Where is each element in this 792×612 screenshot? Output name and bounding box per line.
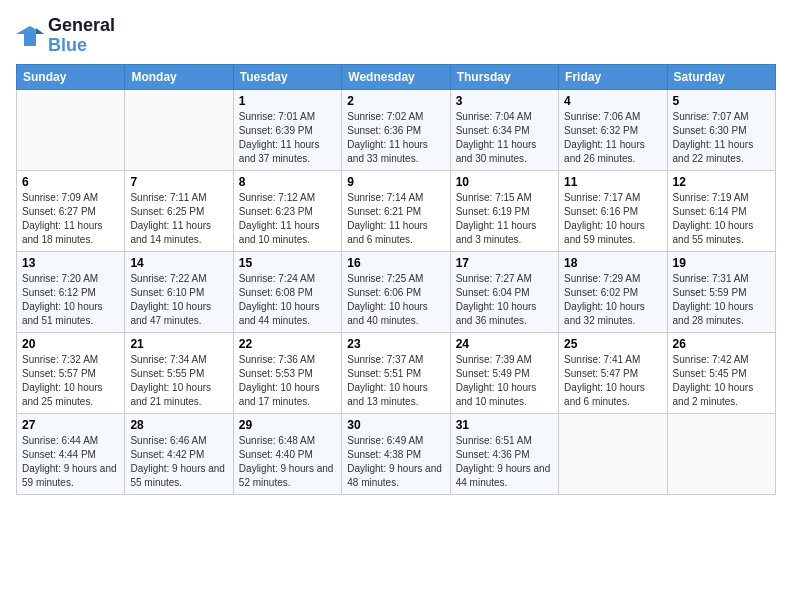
day-details: Sunrise: 6:44 AM Sunset: 4:44 PM Dayligh… — [22, 434, 119, 490]
calendar-cell: 23Sunrise: 7:37 AM Sunset: 5:51 PM Dayli… — [342, 332, 450, 413]
day-number: 18 — [564, 256, 661, 270]
day-number: 27 — [22, 418, 119, 432]
day-number: 15 — [239, 256, 336, 270]
calendar-cell: 27Sunrise: 6:44 AM Sunset: 4:44 PM Dayli… — [17, 413, 125, 494]
calendar-cell: 4Sunrise: 7:06 AM Sunset: 6:32 PM Daylig… — [559, 89, 667, 170]
calendar-cell: 20Sunrise: 7:32 AM Sunset: 5:57 PM Dayli… — [17, 332, 125, 413]
day-details: Sunrise: 7:39 AM Sunset: 5:49 PM Dayligh… — [456, 353, 553, 409]
svg-marker-1 — [36, 28, 44, 34]
day-details: Sunrise: 7:01 AM Sunset: 6:39 PM Dayligh… — [239, 110, 336, 166]
calendar-header: SundayMondayTuesdayWednesdayThursdayFrid… — [17, 64, 776, 89]
day-header-friday: Friday — [559, 64, 667, 89]
logo-icon — [16, 24, 44, 48]
calendar-cell: 31Sunrise: 6:51 AM Sunset: 4:36 PM Dayli… — [450, 413, 558, 494]
day-details: Sunrise: 7:27 AM Sunset: 6:04 PM Dayligh… — [456, 272, 553, 328]
day-details: Sunrise: 7:37 AM Sunset: 5:51 PM Dayligh… — [347, 353, 444, 409]
day-details: Sunrise: 6:46 AM Sunset: 4:42 PM Dayligh… — [130, 434, 227, 490]
svg-marker-0 — [16, 26, 44, 46]
day-details: Sunrise: 7:09 AM Sunset: 6:27 PM Dayligh… — [22, 191, 119, 247]
week-row-2: 6Sunrise: 7:09 AM Sunset: 6:27 PM Daylig… — [17, 170, 776, 251]
day-number: 11 — [564, 175, 661, 189]
day-number: 23 — [347, 337, 444, 351]
day-details: Sunrise: 7:14 AM Sunset: 6:21 PM Dayligh… — [347, 191, 444, 247]
day-number: 19 — [673, 256, 770, 270]
day-details: Sunrise: 7:25 AM Sunset: 6:06 PM Dayligh… — [347, 272, 444, 328]
day-details: Sunrise: 7:29 AM Sunset: 6:02 PM Dayligh… — [564, 272, 661, 328]
calendar-cell: 9Sunrise: 7:14 AM Sunset: 6:21 PM Daylig… — [342, 170, 450, 251]
day-number: 20 — [22, 337, 119, 351]
day-number: 3 — [456, 94, 553, 108]
day-number: 6 — [22, 175, 119, 189]
day-number: 21 — [130, 337, 227, 351]
calendar-cell: 26Sunrise: 7:42 AM Sunset: 5:45 PM Dayli… — [667, 332, 775, 413]
day-details: Sunrise: 7:04 AM Sunset: 6:34 PM Dayligh… — [456, 110, 553, 166]
calendar-cell: 16Sunrise: 7:25 AM Sunset: 6:06 PM Dayli… — [342, 251, 450, 332]
day-header-sunday: Sunday — [17, 64, 125, 89]
calendar-cell: 1Sunrise: 7:01 AM Sunset: 6:39 PM Daylig… — [233, 89, 341, 170]
day-number: 2 — [347, 94, 444, 108]
day-number: 16 — [347, 256, 444, 270]
day-number: 22 — [239, 337, 336, 351]
calendar-table: SundayMondayTuesdayWednesdayThursdayFrid… — [16, 64, 776, 495]
calendar-cell: 17Sunrise: 7:27 AM Sunset: 6:04 PM Dayli… — [450, 251, 558, 332]
week-row-3: 13Sunrise: 7:20 AM Sunset: 6:12 PM Dayli… — [17, 251, 776, 332]
week-row-5: 27Sunrise: 6:44 AM Sunset: 4:44 PM Dayli… — [17, 413, 776, 494]
day-header-monday: Monday — [125, 64, 233, 89]
day-details: Sunrise: 7:32 AM Sunset: 5:57 PM Dayligh… — [22, 353, 119, 409]
day-header-wednesday: Wednesday — [342, 64, 450, 89]
calendar-cell: 29Sunrise: 6:48 AM Sunset: 4:40 PM Dayli… — [233, 413, 341, 494]
day-number: 30 — [347, 418, 444, 432]
day-details: Sunrise: 6:51 AM Sunset: 4:36 PM Dayligh… — [456, 434, 553, 490]
day-number: 17 — [456, 256, 553, 270]
day-header-saturday: Saturday — [667, 64, 775, 89]
day-header-thursday: Thursday — [450, 64, 558, 89]
calendar-cell: 7Sunrise: 7:11 AM Sunset: 6:25 PM Daylig… — [125, 170, 233, 251]
week-row-4: 20Sunrise: 7:32 AM Sunset: 5:57 PM Dayli… — [17, 332, 776, 413]
day-number: 24 — [456, 337, 553, 351]
day-details: Sunrise: 7:20 AM Sunset: 6:12 PM Dayligh… — [22, 272, 119, 328]
calendar-cell — [17, 89, 125, 170]
day-details: Sunrise: 7:02 AM Sunset: 6:36 PM Dayligh… — [347, 110, 444, 166]
day-details: Sunrise: 6:48 AM Sunset: 4:40 PM Dayligh… — [239, 434, 336, 490]
day-number: 29 — [239, 418, 336, 432]
day-details: Sunrise: 7:19 AM Sunset: 6:14 PM Dayligh… — [673, 191, 770, 247]
calendar-cell: 30Sunrise: 6:49 AM Sunset: 4:38 PM Dayli… — [342, 413, 450, 494]
day-number: 10 — [456, 175, 553, 189]
day-number: 12 — [673, 175, 770, 189]
calendar-cell: 5Sunrise: 7:07 AM Sunset: 6:30 PM Daylig… — [667, 89, 775, 170]
page-header: General Blue — [16, 16, 776, 56]
day-details: Sunrise: 7:12 AM Sunset: 6:23 PM Dayligh… — [239, 191, 336, 247]
calendar-cell: 22Sunrise: 7:36 AM Sunset: 5:53 PM Dayli… — [233, 332, 341, 413]
calendar-cell: 8Sunrise: 7:12 AM Sunset: 6:23 PM Daylig… — [233, 170, 341, 251]
logo-text: General Blue — [48, 16, 115, 56]
calendar-cell: 11Sunrise: 7:17 AM Sunset: 6:16 PM Dayli… — [559, 170, 667, 251]
day-number: 5 — [673, 94, 770, 108]
calendar-cell: 14Sunrise: 7:22 AM Sunset: 6:10 PM Dayli… — [125, 251, 233, 332]
calendar-cell — [559, 413, 667, 494]
calendar-cell: 3Sunrise: 7:04 AM Sunset: 6:34 PM Daylig… — [450, 89, 558, 170]
day-number: 13 — [22, 256, 119, 270]
calendar-cell: 6Sunrise: 7:09 AM Sunset: 6:27 PM Daylig… — [17, 170, 125, 251]
calendar-body: 1Sunrise: 7:01 AM Sunset: 6:39 PM Daylig… — [17, 89, 776, 494]
header-row: SundayMondayTuesdayWednesdayThursdayFrid… — [17, 64, 776, 89]
day-number: 1 — [239, 94, 336, 108]
day-details: Sunrise: 7:06 AM Sunset: 6:32 PM Dayligh… — [564, 110, 661, 166]
calendar-cell: 24Sunrise: 7:39 AM Sunset: 5:49 PM Dayli… — [450, 332, 558, 413]
calendar-cell: 21Sunrise: 7:34 AM Sunset: 5:55 PM Dayli… — [125, 332, 233, 413]
day-details: Sunrise: 7:15 AM Sunset: 6:19 PM Dayligh… — [456, 191, 553, 247]
logo: General Blue — [16, 16, 115, 56]
day-number: 31 — [456, 418, 553, 432]
day-details: Sunrise: 7:11 AM Sunset: 6:25 PM Dayligh… — [130, 191, 227, 247]
day-details: Sunrise: 7:41 AM Sunset: 5:47 PM Dayligh… — [564, 353, 661, 409]
day-details: Sunrise: 7:34 AM Sunset: 5:55 PM Dayligh… — [130, 353, 227, 409]
calendar-cell: 10Sunrise: 7:15 AM Sunset: 6:19 PM Dayli… — [450, 170, 558, 251]
day-details: Sunrise: 6:49 AM Sunset: 4:38 PM Dayligh… — [347, 434, 444, 490]
day-details: Sunrise: 7:22 AM Sunset: 6:10 PM Dayligh… — [130, 272, 227, 328]
day-number: 8 — [239, 175, 336, 189]
day-details: Sunrise: 7:42 AM Sunset: 5:45 PM Dayligh… — [673, 353, 770, 409]
day-details: Sunrise: 7:24 AM Sunset: 6:08 PM Dayligh… — [239, 272, 336, 328]
week-row-1: 1Sunrise: 7:01 AM Sunset: 6:39 PM Daylig… — [17, 89, 776, 170]
day-number: 14 — [130, 256, 227, 270]
day-number: 26 — [673, 337, 770, 351]
day-header-tuesday: Tuesday — [233, 64, 341, 89]
